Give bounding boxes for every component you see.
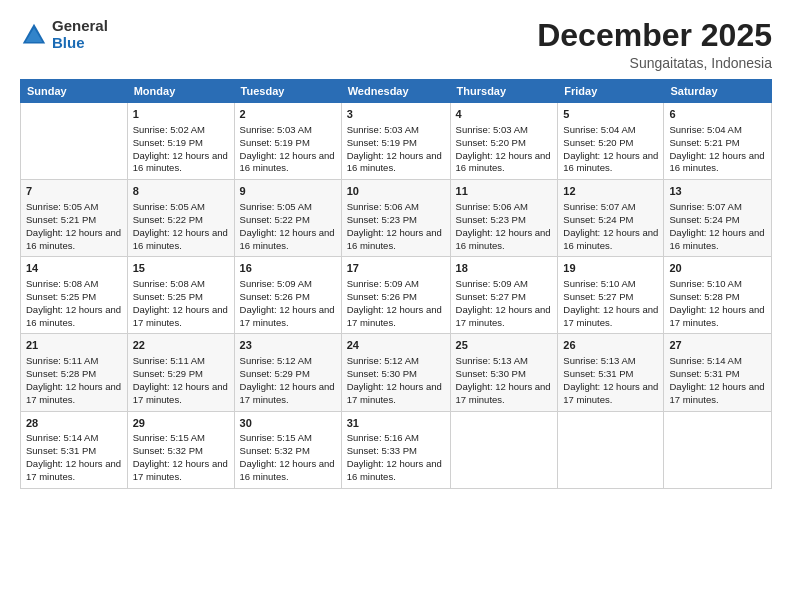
day-info: Daylight: 12 hours and 17 minutes.	[669, 304, 766, 330]
col-wednesday: Wednesday	[341, 80, 450, 103]
day-info: Sunset: 5:27 PM	[456, 291, 553, 304]
day-info: Sunrise: 5:14 AM	[669, 355, 766, 368]
day-info: Daylight: 12 hours and 16 minutes.	[240, 458, 336, 484]
day-number: 1	[133, 107, 229, 122]
day-info: Sunrise: 5:04 AM	[669, 124, 766, 137]
day-number: 26	[563, 338, 658, 353]
calendar-cell: 2Sunrise: 5:03 AMSunset: 5:19 PMDaylight…	[234, 103, 341, 180]
calendar-cell: 20Sunrise: 5:10 AMSunset: 5:28 PMDayligh…	[664, 257, 772, 334]
day-number: 9	[240, 184, 336, 199]
day-info: Sunrise: 5:06 AM	[347, 201, 445, 214]
day-info: Daylight: 12 hours and 17 minutes.	[669, 381, 766, 407]
day-info: Daylight: 12 hours and 17 minutes.	[456, 304, 553, 330]
day-number: 16	[240, 261, 336, 276]
day-info: Sunset: 5:31 PM	[26, 445, 122, 458]
day-info: Sunrise: 5:05 AM	[133, 201, 229, 214]
day-info: Sunset: 5:30 PM	[456, 368, 553, 381]
day-info: Sunrise: 5:15 AM	[240, 432, 336, 445]
calendar-cell: 8Sunrise: 5:05 AMSunset: 5:22 PMDaylight…	[127, 180, 234, 257]
day-info: Sunrise: 5:09 AM	[347, 278, 445, 291]
day-info: Sunset: 5:31 PM	[669, 368, 766, 381]
day-number: 25	[456, 338, 553, 353]
day-info: Sunset: 5:25 PM	[26, 291, 122, 304]
day-number: 27	[669, 338, 766, 353]
day-number: 7	[26, 184, 122, 199]
calendar-cell: 29Sunrise: 5:15 AMSunset: 5:32 PMDayligh…	[127, 411, 234, 488]
day-info: Sunrise: 5:08 AM	[26, 278, 122, 291]
day-number: 8	[133, 184, 229, 199]
day-info: Sunrise: 5:06 AM	[456, 201, 553, 214]
day-number: 24	[347, 338, 445, 353]
day-number: 13	[669, 184, 766, 199]
day-number: 21	[26, 338, 122, 353]
calendar-cell: 10Sunrise: 5:06 AMSunset: 5:23 PMDayligh…	[341, 180, 450, 257]
day-info: Daylight: 12 hours and 16 minutes.	[133, 150, 229, 176]
day-number: 20	[669, 261, 766, 276]
calendar-cell: 6Sunrise: 5:04 AMSunset: 5:21 PMDaylight…	[664, 103, 772, 180]
day-info: Daylight: 12 hours and 17 minutes.	[240, 381, 336, 407]
calendar-table: Sunday Monday Tuesday Wednesday Thursday…	[20, 79, 772, 488]
day-info: Daylight: 12 hours and 17 minutes.	[347, 381, 445, 407]
day-info: Sunrise: 5:08 AM	[133, 278, 229, 291]
calendar-week-2: 7Sunrise: 5:05 AMSunset: 5:21 PMDaylight…	[21, 180, 772, 257]
header-row: Sunday Monday Tuesday Wednesday Thursday…	[21, 80, 772, 103]
calendar-cell: 15Sunrise: 5:08 AMSunset: 5:25 PMDayligh…	[127, 257, 234, 334]
calendar-cell: 26Sunrise: 5:13 AMSunset: 5:31 PMDayligh…	[558, 334, 664, 411]
calendar-cell: 31Sunrise: 5:16 AMSunset: 5:33 PMDayligh…	[341, 411, 450, 488]
col-friday: Friday	[558, 80, 664, 103]
day-info: Sunrise: 5:03 AM	[456, 124, 553, 137]
header: General Blue December 2025 Sungaitatas, …	[20, 18, 772, 71]
day-info: Sunrise: 5:05 AM	[240, 201, 336, 214]
calendar-cell: 21Sunrise: 5:11 AMSunset: 5:28 PMDayligh…	[21, 334, 128, 411]
day-info: Sunrise: 5:02 AM	[133, 124, 229, 137]
day-info: Sunset: 5:28 PM	[669, 291, 766, 304]
day-info: Sunset: 5:31 PM	[563, 368, 658, 381]
day-info: Daylight: 12 hours and 16 minutes.	[347, 458, 445, 484]
day-number: 4	[456, 107, 553, 122]
col-thursday: Thursday	[450, 80, 558, 103]
day-number: 12	[563, 184, 658, 199]
day-info: Sunset: 5:19 PM	[347, 137, 445, 150]
day-info: Sunset: 5:23 PM	[347, 214, 445, 227]
day-info: Daylight: 12 hours and 16 minutes.	[669, 150, 766, 176]
calendar-cell: 27Sunrise: 5:14 AMSunset: 5:31 PMDayligh…	[664, 334, 772, 411]
day-info: Sunset: 5:33 PM	[347, 445, 445, 458]
day-info: Daylight: 12 hours and 17 minutes.	[563, 381, 658, 407]
day-number: 19	[563, 261, 658, 276]
calendar-cell: 19Sunrise: 5:10 AMSunset: 5:27 PMDayligh…	[558, 257, 664, 334]
day-info: Daylight: 12 hours and 17 minutes.	[563, 304, 658, 330]
logo-general-text: General	[52, 18, 108, 35]
day-info: Daylight: 12 hours and 16 minutes.	[456, 150, 553, 176]
day-info: Daylight: 12 hours and 17 minutes.	[240, 304, 336, 330]
day-number: 14	[26, 261, 122, 276]
day-info: Sunset: 5:29 PM	[133, 368, 229, 381]
calendar-cell: 3Sunrise: 5:03 AMSunset: 5:19 PMDaylight…	[341, 103, 450, 180]
calendar-cell	[450, 411, 558, 488]
col-tuesday: Tuesday	[234, 80, 341, 103]
calendar-cell: 16Sunrise: 5:09 AMSunset: 5:26 PMDayligh…	[234, 257, 341, 334]
day-info: Daylight: 12 hours and 16 minutes.	[456, 227, 553, 253]
calendar-cell: 14Sunrise: 5:08 AMSunset: 5:25 PMDayligh…	[21, 257, 128, 334]
page: General Blue December 2025 Sungaitatas, …	[0, 0, 792, 612]
logo: General Blue	[20, 18, 108, 51]
day-info: Sunrise: 5:12 AM	[240, 355, 336, 368]
day-info: Daylight: 12 hours and 17 minutes.	[133, 381, 229, 407]
day-info: Sunrise: 5:05 AM	[26, 201, 122, 214]
day-info: Daylight: 12 hours and 17 minutes.	[133, 304, 229, 330]
calendar-cell: 25Sunrise: 5:13 AMSunset: 5:30 PMDayligh…	[450, 334, 558, 411]
calendar-cell: 17Sunrise: 5:09 AMSunset: 5:26 PMDayligh…	[341, 257, 450, 334]
day-info: Sunrise: 5:11 AM	[133, 355, 229, 368]
day-number: 23	[240, 338, 336, 353]
day-info: Sunrise: 5:07 AM	[563, 201, 658, 214]
day-number: 18	[456, 261, 553, 276]
calendar-cell: 5Sunrise: 5:04 AMSunset: 5:20 PMDaylight…	[558, 103, 664, 180]
day-info: Sunrise: 5:14 AM	[26, 432, 122, 445]
calendar-body: 1Sunrise: 5:02 AMSunset: 5:19 PMDaylight…	[21, 103, 772, 488]
day-info: Sunset: 5:20 PM	[456, 137, 553, 150]
day-info: Daylight: 12 hours and 16 minutes.	[26, 227, 122, 253]
day-number: 5	[563, 107, 658, 122]
calendar-cell: 11Sunrise: 5:06 AMSunset: 5:23 PMDayligh…	[450, 180, 558, 257]
day-info: Sunset: 5:23 PM	[456, 214, 553, 227]
calendar-cell	[664, 411, 772, 488]
day-number: 11	[456, 184, 553, 199]
